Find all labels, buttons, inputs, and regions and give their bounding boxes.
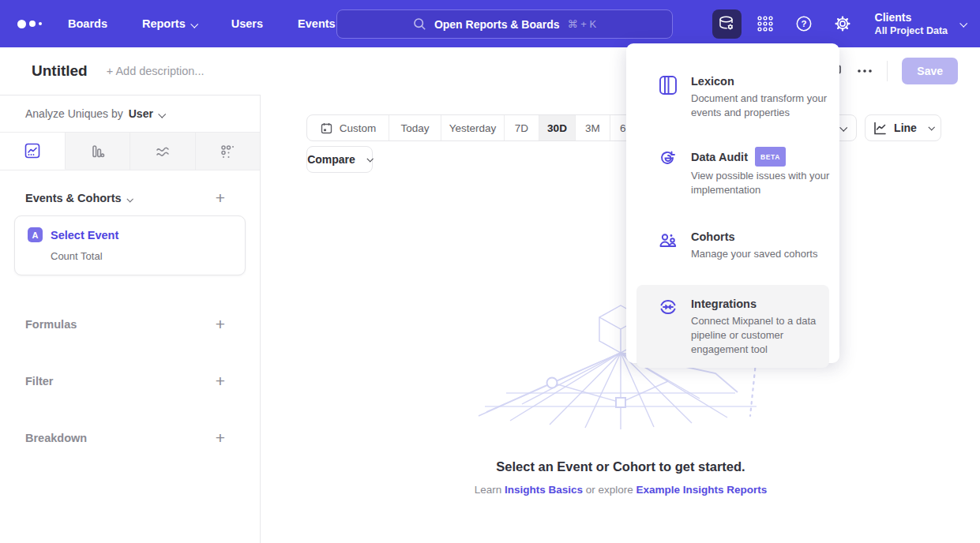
data-management-button[interactable] <box>712 9 742 39</box>
line-chart-icon <box>873 121 888 136</box>
menu-item-cohorts[interactable]: Cohorts Manage your saved cohorts <box>626 229 839 261</box>
empty-state-title: Select an Event or Cohort to get started… <box>261 459 980 474</box>
chevron-down-icon <box>158 110 166 118</box>
example-reports-link[interactable]: Example Insights Reports <box>636 484 768 496</box>
search-placeholder: Open Reports & Boards <box>434 18 560 31</box>
tab-metric[interactable] <box>196 133 261 170</box>
query-builder-sidebar: Analyze Uniques by User Events & Cohorts… <box>0 95 261 543</box>
data-audit-icon <box>658 148 678 170</box>
save-button[interactable]: Save <box>902 58 958 84</box>
apps-grid-button[interactable] <box>751 9 780 39</box>
count-total-label[interactable]: Count Total <box>51 250 232 262</box>
chevron-down-icon <box>366 155 373 162</box>
report-canvas: Custom Today Yesterday 7D 30D 3M 6M Line… <box>261 95 980 543</box>
empty-state-links: Learn Insights Basics or explore Example… <box>261 484 980 496</box>
chevron-down-icon <box>126 196 133 202</box>
analyze-label: Analyze Uniques by <box>25 107 123 120</box>
search-icon <box>413 17 426 31</box>
chevron-down-icon <box>839 123 847 131</box>
formulas-label: Formulas <box>25 318 77 331</box>
chart-type-tabs <box>0 132 260 170</box>
range-30d[interactable]: 30D <box>539 115 576 140</box>
range-yesterday[interactable]: Yesterday <box>441 115 505 140</box>
description-placeholder[interactable]: + Add description... <box>107 65 205 77</box>
formulas-section: Formulas + <box>0 318 260 331</box>
divider <box>887 61 888 81</box>
global-search-input[interactable]: Open Reports & Boards ⌘ + K <box>336 9 673 39</box>
add-breakdown-button[interactable]: + <box>216 432 235 444</box>
nav-item-users[interactable]: Users <box>231 17 263 30</box>
breakdown-label: Breakdown <box>25 432 87 444</box>
compare-dropdown[interactable]: Compare <box>306 146 373 173</box>
mixpanel-logo-icon[interactable] <box>17 20 55 28</box>
range-today[interactable]: Today <box>389 115 441 140</box>
help-icon: ? <box>794 13 814 34</box>
add-formula-button[interactable]: + <box>216 318 235 331</box>
line-chart-icon <box>24 142 41 159</box>
primary-nav: Boards Reports Users Events <box>68 17 336 30</box>
add-filter-button[interactable]: + <box>216 375 235 388</box>
chevron-down-icon <box>190 21 198 28</box>
chart-type-dropdown[interactable]: Line <box>865 114 941 141</box>
report-title[interactable]: Untitled <box>32 62 88 80</box>
project-scope: All Project Data <box>875 24 948 37</box>
lexicon-book-icon <box>658 74 678 96</box>
org-name: Clients <box>875 10 948 24</box>
bar-chart-icon <box>88 143 106 160</box>
search-shortcut: ⌘ + K <box>568 18 597 30</box>
settings-button[interactable] <box>828 9 858 39</box>
flow-wave-icon <box>154 143 171 160</box>
integrations-sync-icon <box>658 297 678 317</box>
events-cohorts-header[interactable]: Events & Cohorts <box>25 192 132 204</box>
menu-item-integrations[interactable]: Integrations Connect Mixpanel to a data … <box>636 285 829 368</box>
filter-label: Filter <box>25 375 53 388</box>
tab-line-chart[interactable] <box>0 133 66 170</box>
chevron-down-icon <box>928 124 934 130</box>
navbar-actions: ? Clients All Project Data <box>712 0 966 47</box>
insights-basics-link[interactable]: Insights Basics <box>505 484 583 496</box>
event-badge: A <box>28 227 43 242</box>
range-custom[interactable]: Custom <box>307 115 389 140</box>
calendar-icon <box>320 122 333 135</box>
ellipsis-icon <box>857 69 873 73</box>
top-navbar: Boards Reports Users Events Open Reports… <box>0 0 980 47</box>
menu-item-data-audit[interactable]: Data AuditBETA View possible issues with… <box>626 147 839 197</box>
filter-section: Filter + <box>0 375 260 388</box>
chevron-down-icon <box>959 19 967 27</box>
range-3m[interactable]: 3M <box>576 115 610 140</box>
event-card[interactable]: A Select Event Count Total <box>14 215 246 275</box>
tab-flow-chart[interactable] <box>130 133 196 170</box>
add-event-button[interactable]: + <box>216 192 235 204</box>
help-button[interactable]: ? <box>790 9 819 39</box>
nav-item-reports[interactable]: Reports <box>142 17 197 30</box>
metric-dots-icon <box>219 143 236 160</box>
breakdown-section: Breakdown + <box>0 432 260 444</box>
cohorts-users-icon <box>658 230 678 250</box>
nav-item-events[interactable]: Events <box>298 17 336 30</box>
data-management-menu: Lexicon Document and transform your even… <box>626 43 839 363</box>
menu-item-lexicon[interactable]: Lexicon Document and transform your even… <box>626 73 839 120</box>
range-7d[interactable]: 7D <box>505 115 539 140</box>
analyze-by-dropdown[interactable]: User <box>129 107 164 120</box>
tab-bar-chart[interactable] <box>66 133 131 170</box>
more-options-button[interactable] <box>857 69 873 73</box>
select-event-label[interactable]: Select Event <box>51 229 118 242</box>
beta-badge: BETA <box>755 147 786 167</box>
grid-dots-icon <box>756 14 775 33</box>
svg-text:?: ? <box>802 19 807 28</box>
gear-icon <box>832 13 853 34</box>
nav-item-boards[interactable]: Boards <box>68 17 107 30</box>
database-gear-icon <box>716 13 737 34</box>
project-switcher[interactable]: Clients All Project Data <box>875 10 948 37</box>
